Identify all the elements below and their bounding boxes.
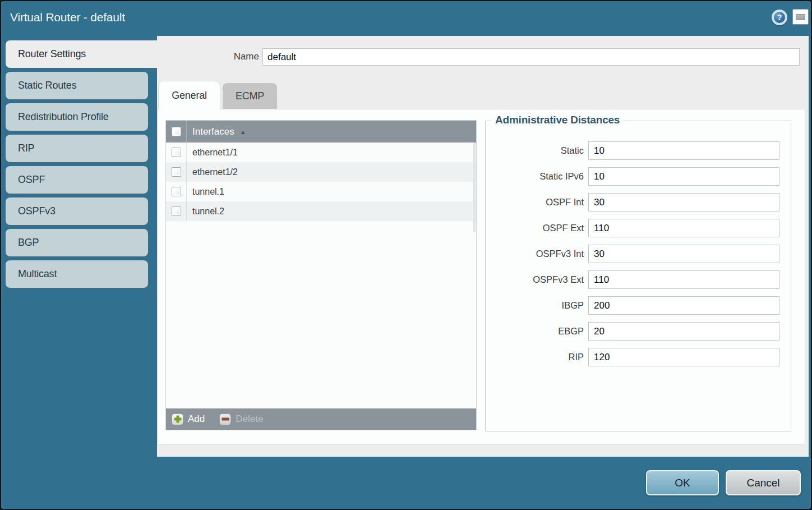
field-row-ebgp: EBGP xyxy=(486,322,791,341)
interfaces-column-header[interactable]: Interfaces xyxy=(192,126,234,137)
sidebar-item-label: OSPFv3 xyxy=(18,205,56,217)
field-row-ospf-int: OSPF Int xyxy=(486,193,791,212)
sidebar-item-label: Router Settings xyxy=(18,48,86,59)
sidebar-item-label: RIP xyxy=(18,143,34,154)
tab-general[interactable]: General xyxy=(158,81,220,109)
static-input[interactable] xyxy=(588,141,779,160)
field-label: Static IPv6 xyxy=(486,171,588,182)
add-button-label: Add xyxy=(188,413,205,425)
sidebar-item-ospf[interactable]: OSPF xyxy=(6,166,148,194)
delete-button-label: Delete xyxy=(236,413,263,425)
ibgp-input[interactable] xyxy=(588,296,779,315)
row-checkbox-cell xyxy=(166,182,187,201)
table-row[interactable]: tunnel.2 xyxy=(166,201,476,221)
interfaces-table-body: ethernet1/1ethernet1/2tunnel.1tunnel.2 xyxy=(166,143,476,410)
sidebar-item-label: Redistribution Profile xyxy=(18,111,109,122)
field-row-ibgp: IBGP xyxy=(486,296,791,315)
sidebar-item-multicast[interactable]: Multicast xyxy=(6,260,148,288)
window-icon[interactable] xyxy=(792,9,809,25)
admin-distances-legend: Administrative Distances xyxy=(491,114,624,126)
ebgp-input[interactable] xyxy=(588,322,779,341)
field-label: OSPFv3 Int xyxy=(486,249,588,259)
field-label: EBGP xyxy=(486,326,588,337)
sidebar-item-redistribution-profile[interactable]: Redistribution Profile xyxy=(6,103,148,131)
field-label: OSPF Ext xyxy=(486,223,588,233)
field-label: OSPFv3 Ext xyxy=(486,274,588,285)
row-checkbox-cell xyxy=(166,201,187,221)
select-all-checkbox[interactable] xyxy=(172,127,181,136)
sidebar-item-label: Multicast xyxy=(18,268,57,279)
window-icon-glyph xyxy=(796,14,805,20)
field-label: IBGP xyxy=(486,300,588,311)
interfaces-table-header[interactable]: Interfaces ▲ xyxy=(166,121,476,143)
sidebar-item-label: OSPF xyxy=(18,174,45,185)
sidebar-item-label: BGP xyxy=(18,237,39,248)
field-row-ospfv3-int: OSPFv3 Int xyxy=(486,245,791,263)
interface-name: tunnel.1 xyxy=(192,187,224,197)
table-row[interactable]: ethernet1/1 xyxy=(166,143,476,162)
row-checkbox[interactable] xyxy=(172,148,181,157)
virtual-router-dialog: Virtual Router - default ? Router Settin… xyxy=(0,0,812,510)
rip-input[interactable] xyxy=(588,348,779,366)
sidebar-item-router-settings[interactable]: Router Settings xyxy=(6,40,157,68)
field-label: OSPF Int xyxy=(486,197,588,208)
sidebar-item-static-routes[interactable]: Static Routes xyxy=(6,72,148,99)
field-label: RIP xyxy=(486,352,588,362)
sidebar-item-bgp[interactable]: BGP xyxy=(6,229,148,256)
ospfv3-int-input[interactable] xyxy=(588,245,779,263)
admin-distances-fieldset: Administrative Distances StaticStatic IP… xyxy=(485,121,791,431)
ospf-int-input[interactable] xyxy=(588,193,779,212)
main-content: Name GeneralECMP Interfaces ▲ ethernet1/… xyxy=(157,36,809,457)
name-input[interactable] xyxy=(262,48,800,66)
dialog-title: Virtual Router - default xyxy=(10,11,125,24)
row-checkbox-cell xyxy=(166,143,187,162)
table-row[interactable]: tunnel.1 xyxy=(166,182,476,201)
field-row-ospf-ext: OSPF Ext xyxy=(486,219,791,237)
field-label: Static xyxy=(486,145,588,156)
interfaces-table: Interfaces ▲ ethernet1/1ethernet1/2tunne… xyxy=(165,120,477,430)
tabstrip: GeneralECMP xyxy=(158,81,277,109)
add-button[interactable]: Add xyxy=(172,413,205,425)
table-row[interactable]: ethernet1/2 xyxy=(166,162,476,182)
help-icon[interactable]: ? xyxy=(772,10,787,25)
interfaces-table-footer: Add Delete xyxy=(166,408,476,430)
ok-button[interactable]: OK xyxy=(646,470,719,495)
interface-name: ethernet1/2 xyxy=(192,167,238,177)
sidebar-item-label: Static Routes xyxy=(18,80,76,91)
delete-button[interactable]: Delete xyxy=(219,413,263,425)
tab-ecmp[interactable]: ECMP xyxy=(223,83,277,109)
name-label: Name xyxy=(206,51,259,62)
cancel-button[interactable]: Cancel xyxy=(726,470,801,495)
field-row-ospfv3-ext: OSPFv3 Ext xyxy=(486,270,791,289)
field-row-rip: RIP xyxy=(486,348,791,366)
general-tab-panel: Interfaces ▲ ethernet1/1ethernet1/2tunne… xyxy=(157,109,805,444)
add-plus-icon xyxy=(172,413,183,425)
row-checkbox[interactable] xyxy=(172,167,181,177)
ospfv3-ext-input[interactable] xyxy=(588,270,779,289)
interface-name: tunnel.2 xyxy=(192,206,224,217)
row-checkbox[interactable] xyxy=(172,187,181,196)
delete-minus-icon xyxy=(219,413,231,425)
row-checkbox[interactable] xyxy=(172,206,181,216)
field-row-static-ipv6: Static IPv6 xyxy=(486,167,791,186)
sidebar: Router SettingsStatic RoutesRedistributi… xyxy=(6,40,157,292)
static-ipv6-input[interactable] xyxy=(588,167,779,186)
field-row-static: Static xyxy=(486,141,791,160)
header-checkbox-cell xyxy=(166,121,187,143)
ospf-ext-input[interactable] xyxy=(588,219,779,237)
interface-name: ethernet1/1 xyxy=(192,148,238,158)
sort-asc-icon: ▲ xyxy=(240,128,246,135)
sidebar-item-ospfv3[interactable]: OSPFv3 xyxy=(6,197,148,225)
help-icon-glyph: ? xyxy=(774,12,785,23)
row-checkbox-cell xyxy=(166,162,187,182)
sidebar-item-rip[interactable]: RIP xyxy=(6,135,148,162)
table-scrollbar[interactable] xyxy=(473,143,476,232)
admin-distances-fields: StaticStatic IPv6OSPF IntOSPF ExtOSPFv3 … xyxy=(486,121,791,366)
